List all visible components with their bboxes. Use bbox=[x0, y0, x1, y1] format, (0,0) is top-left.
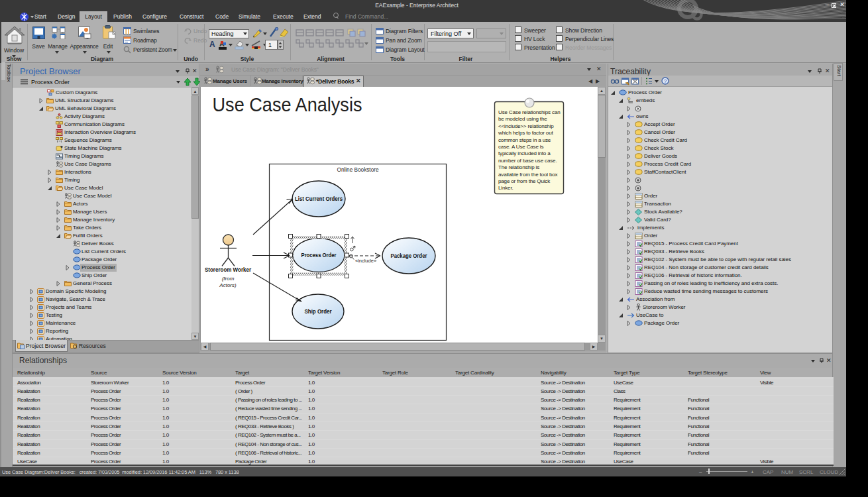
svg-text:Ship Order: Ship Order bbox=[305, 308, 332, 315]
svg-text:(from: (from bbox=[222, 276, 235, 282]
svg-text:Use Case Analysis: Use Case Analysis bbox=[213, 93, 362, 115]
svg-text:Process Order: Process Order bbox=[301, 252, 337, 258]
svg-text:List Current Orders: List Current Orders bbox=[295, 195, 343, 202]
svg-text:Storeroom Worker: Storeroom Worker bbox=[205, 266, 251, 273]
svg-text:Package Order: Package Order bbox=[391, 252, 427, 259]
svg-text:Online Bookstore: Online Bookstore bbox=[337, 166, 379, 173]
svg-text:«include»: «include» bbox=[355, 258, 376, 264]
svg-text:Actors): Actors) bbox=[219, 282, 237, 288]
svg-text:?: ? bbox=[664, 78, 667, 84]
